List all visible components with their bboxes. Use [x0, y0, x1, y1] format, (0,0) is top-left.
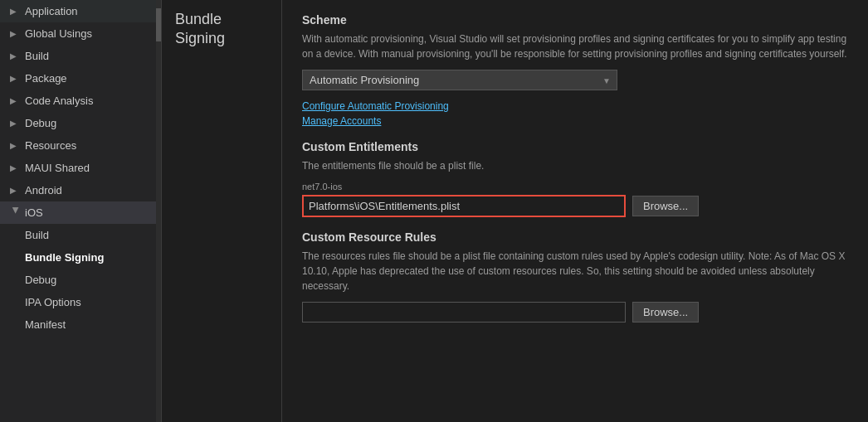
configure-provisioning-link[interactable]: Configure Automatic Provisioning: [302, 100, 848, 112]
sidebar-item-ios-ipa-options[interactable]: IPA Options: [0, 291, 161, 313]
chevron-right-icon: ▶: [10, 29, 22, 38]
page-title-area: BundleSigning: [162, 0, 282, 422]
sidebar-item-maui-shared[interactable]: ▶ MAUI Shared: [0, 157, 161, 179]
sidebar-item-package[interactable]: ▶ Package: [0, 67, 161, 90]
chevron-right-icon: ▶: [10, 74, 22, 83]
sidebar-sub-label: Bundle Signing: [25, 251, 104, 264]
page-title: BundleSigning: [175, 10, 273, 49]
sidebar-item-debug[interactable]: ▶ Debug: [0, 112, 161, 134]
custom-entitlements-section: Custom Entitlements The entitlements fil…: [302, 140, 848, 217]
chevron-right-icon: ▶: [10, 163, 22, 172]
sidebar-item-ios[interactable]: ▶ iOS: [0, 201, 161, 224]
chevron-right-icon: ▶: [10, 51, 22, 61]
content-area: Scheme With automatic provisioning, Visu…: [282, 0, 868, 422]
sidebar-sub-label: Debug: [25, 274, 56, 286]
sidebar-item-code-analysis[interactable]: ▶ Code Analysis: [0, 90, 161, 112]
entitlements-input[interactable]: [302, 195, 626, 217]
entitlements-browse-button[interactable]: Browse...: [632, 196, 699, 216]
sidebar-item-label: Global Usings: [25, 27, 92, 40]
sidebar-item-ios-debug[interactable]: Debug: [0, 269, 161, 291]
entitlements-input-row: Browse...: [302, 195, 848, 217]
scheme-description: With automatic provisioning, Visual Stud…: [302, 32, 848, 61]
sidebar-item-label: Debug: [25, 117, 56, 129]
resource-rules-input[interactable]: [302, 302, 626, 323]
sidebar-sub-label: Manifest: [25, 318, 66, 331]
main-area: BundleSigning Scheme With automatic prov…: [162, 0, 868, 422]
chevron-right-icon: ▶: [10, 186, 22, 195]
resource-rules-input-row: Browse...: [302, 302, 848, 323]
sidebar-item-ios-build[interactable]: Build: [0, 224, 161, 246]
manage-accounts-link[interactable]: Manage Accounts: [302, 115, 848, 127]
custom-resource-rules-title: Custom Resource Rules: [302, 230, 848, 244]
sidebar-item-application[interactable]: ▶ Application: [0, 0, 161, 22]
scheme-dropdown[interactable]: Automatic Provisioning Manual Provisioni…: [302, 70, 617, 90]
sidebar-item-label: Code Analysis: [25, 95, 93, 107]
scheme-title: Scheme: [302, 13, 848, 27]
sidebar-item-android[interactable]: ▶ Android: [0, 179, 161, 201]
scheme-dropdown-wrapper: Automatic Provisioning Manual Provisioni…: [302, 70, 617, 90]
sidebar-item-label: Build: [25, 50, 49, 62]
chevron-right-icon: ▶: [10, 7, 22, 16]
sidebar-item-label: Resources: [25, 139, 76, 152]
custom-entitlements-description: The entitlements file should be a plist …: [302, 158, 848, 173]
sidebar-item-global-usings[interactable]: ▶ Global Usings: [0, 22, 161, 45]
sidebar-item-ios-bundle-signing[interactable]: Bundle Signing: [0, 246, 161, 269]
target-label: net7.0-ios: [302, 182, 848, 192]
sidebar-item-label: Application: [25, 5, 78, 17]
sidebar-item-build[interactable]: ▶ Build: [0, 45, 161, 67]
sidebar-item-resources[interactable]: ▶ Resources: [0, 134, 161, 157]
resource-rules-browse-button[interactable]: Browse...: [632, 302, 699, 323]
sidebar-item-label: MAUI Shared: [25, 162, 90, 174]
chevron-right-icon: ▶: [10, 96, 22, 105]
sidebar-item-label: Android: [25, 184, 62, 196]
sidebar: ▶ Application ▶ Global Usings ▶ Build ▶ …: [0, 0, 162, 422]
chevron-down-icon: ▶: [12, 207, 21, 219]
custom-entitlements-title: Custom Entitlements: [302, 140, 848, 153]
sidebar-item-ios-manifest[interactable]: Manifest: [0, 313, 161, 336]
custom-resource-rules-description: The resources rules file should be a pli…: [302, 249, 848, 293]
sidebar-item-label: Package: [25, 72, 67, 85]
chevron-right-icon: ▶: [10, 141, 22, 150]
chevron-right-icon: ▶: [10, 119, 22, 128]
sidebar-sub-label: IPA Options: [25, 296, 81, 308]
scheme-section: Scheme With automatic provisioning, Visu…: [302, 13, 848, 127]
custom-resource-rules-section: Custom Resource Rules The resources rule…: [302, 230, 848, 323]
sidebar-sub-label: Build: [25, 229, 49, 241]
sidebar-item-label: iOS: [25, 206, 43, 219]
scheme-dropdown-row: Automatic Provisioning Manual Provisioni…: [302, 70, 848, 90]
